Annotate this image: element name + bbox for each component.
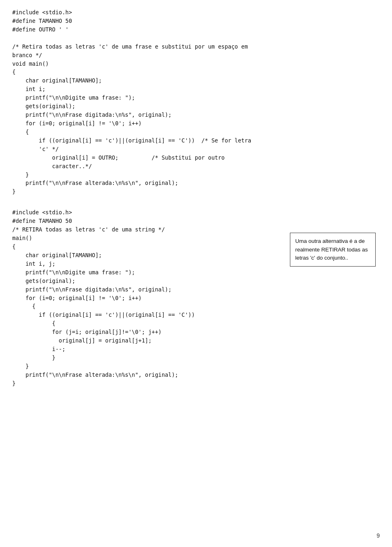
code-section-1: #include <stdio.h> #define TAMANHO 50 #d…	[12, 8, 380, 196]
code-block-1: #include <stdio.h> #define TAMANHO 50 #d…	[12, 8, 380, 196]
separator	[12, 196, 380, 208]
page-number: 9	[376, 532, 380, 539]
annotation-box: Uma outra alternativa é a de realmente R…	[290, 233, 376, 267]
annotation-text: Uma outra alternativa é a de realmente R…	[295, 238, 368, 261]
code-section-2: #include <stdio.h> #define TAMANHO 50 /*…	[12, 208, 380, 387]
